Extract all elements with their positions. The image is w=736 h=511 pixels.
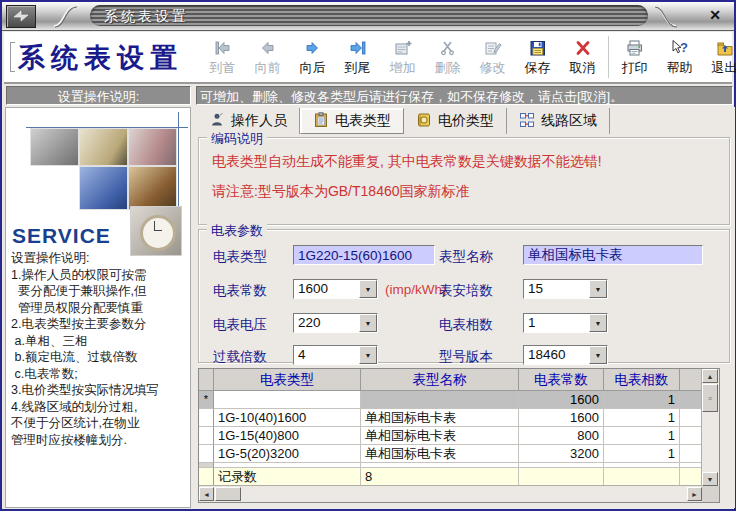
tab-line-region[interactable]: 线路区域 bbox=[507, 108, 610, 134]
next-button[interactable]: 向后 bbox=[290, 34, 335, 80]
service-label: SERVICE bbox=[12, 224, 111, 248]
instructions-text: 设置操作说明: 1.操作人员的权限可按需 要分配便于兼职操作,但 管理员权限分配… bbox=[11, 250, 187, 448]
save-button[interactable]: 保存 bbox=[515, 34, 560, 80]
delete-icon bbox=[438, 37, 458, 59]
prev-icon bbox=[258, 37, 278, 59]
grid-new-row[interactable]: * 1600 1 bbox=[199, 391, 702, 409]
column-header-phases[interactable]: 电表相数 bbox=[604, 369, 680, 391]
print-icon bbox=[625, 37, 645, 59]
new-row-constant-cell[interactable]: 1600 bbox=[519, 391, 604, 409]
edit-icon bbox=[483, 37, 503, 59]
collage-files-image bbox=[128, 128, 177, 166]
delete-button[interactable]: 删除 bbox=[425, 34, 470, 80]
record-count-label: 记录数 bbox=[214, 468, 361, 486]
new-row-type-cell[interactable] bbox=[214, 391, 361, 409]
collage-keyboard-image bbox=[79, 166, 128, 210]
add-button[interactable]: 增加 bbox=[380, 34, 425, 80]
chevron-down-icon[interactable]: ▼ bbox=[359, 314, 377, 332]
last-button[interactable]: 到尾 bbox=[335, 34, 380, 80]
encoding-warning-line1: 电表类型自动生成不能重复, 其中电表常数是关键数据不能选错! bbox=[199, 153, 729, 171]
first-icon bbox=[213, 37, 233, 59]
table-row[interactable]: 1G-5(20)3200 单相国标电卡表 3200 1 bbox=[199, 445, 702, 463]
title-bracket bbox=[10, 42, 15, 72]
tab-meter-type[interactable]: 电表类型 bbox=[300, 108, 404, 134]
column-header-filler bbox=[680, 369, 702, 391]
edit-button[interactable]: 修改 bbox=[470, 34, 515, 80]
cancel-icon bbox=[573, 37, 593, 59]
exit-button[interactable]: 退出 bbox=[702, 34, 736, 80]
titlebar-curve-right bbox=[650, 4, 680, 28]
new-row-marker: * bbox=[199, 391, 214, 409]
vertical-scrollbar[interactable]: ▲ ≡ ▼ bbox=[701, 369, 719, 486]
phases-select[interactable]: 1 ▼ bbox=[523, 313, 608, 333]
tab-price-type[interactable]: 电价类型 bbox=[404, 108, 507, 134]
new-row-phases-cell[interactable]: 1 bbox=[604, 391, 680, 409]
model-name-input[interactable] bbox=[523, 245, 703, 265]
table-row[interactable]: 1G-10(40)1600 单相国标电卡表 1600 1 bbox=[199, 409, 702, 427]
meter-constant-unit: (imp/kWh) bbox=[385, 282, 447, 297]
scroll-left-icon[interactable]: ◄ bbox=[199, 487, 214, 501]
horizontal-scroll-thumb[interactable] bbox=[215, 487, 241, 501]
save-icon bbox=[528, 37, 548, 59]
next-icon bbox=[303, 37, 323, 59]
clipboard-icon bbox=[313, 112, 329, 131]
scrollbar-corner bbox=[702, 486, 719, 502]
ampere-select[interactable]: 15 ▼ bbox=[523, 279, 608, 299]
overload-select[interactable]: 4 ▼ bbox=[293, 345, 378, 365]
chevron-down-icon[interactable]: ▼ bbox=[589, 346, 607, 364]
row-selector[interactable] bbox=[199, 409, 214, 427]
page-title: 系统表设置 bbox=[18, 40, 183, 76]
cancel-button[interactable]: 取消 bbox=[560, 34, 605, 80]
params-groupbox: 电表参数 电表类型 表型名称 电表常数 1600 ▼ (imp/kWh) 表安培… bbox=[198, 229, 730, 363]
content-panel: 操作人员 电表类型 电价类型 线路区域 bbox=[195, 107, 735, 508]
region-boxes-icon bbox=[519, 112, 535, 131]
exit-icon bbox=[715, 37, 735, 59]
instructions-panel: SERVICE 设置操作说明: 1.操作人员的权限可按需 要分配便于兼职操作,但… bbox=[5, 107, 191, 508]
column-header-constant[interactable]: 电表常数 bbox=[519, 369, 604, 391]
params-groupbox-title: 电表参数 bbox=[207, 222, 267, 240]
new-row-name-cell[interactable] bbox=[361, 391, 519, 409]
scroll-right-icon[interactable]: ► bbox=[687, 487, 702, 501]
chevron-down-icon[interactable]: ▼ bbox=[589, 280, 607, 298]
phases-label: 电表相数 bbox=[439, 316, 493, 334]
collage-tools-image bbox=[30, 128, 79, 166]
meter-type-input[interactable] bbox=[293, 245, 435, 265]
scroll-down-icon[interactable]: ▼ bbox=[702, 472, 718, 486]
horizontal-scrollbar[interactable]: ◄ ► bbox=[199, 485, 702, 502]
row-selector[interactable] bbox=[199, 427, 214, 445]
left-panel-header: 设置操作说明: bbox=[6, 86, 191, 105]
toolbar-separator bbox=[608, 36, 609, 78]
collage-watch-image bbox=[130, 206, 182, 256]
overload-label: 过载倍数 bbox=[213, 348, 267, 366]
model-name-label: 表型名称 bbox=[439, 248, 493, 266]
close-icon[interactable]: ✕ bbox=[706, 6, 724, 24]
model-version-select[interactable]: 18460 ▼ bbox=[523, 345, 608, 365]
prev-button[interactable]: 向前 bbox=[245, 34, 290, 80]
table-row[interactable]: 1G-15(40)800 单相国标电卡表 800 1 bbox=[199, 427, 702, 445]
person-icon bbox=[209, 112, 225, 131]
encoding-groupbox-title: 编码说明 bbox=[207, 130, 267, 148]
chevron-down-icon[interactable]: ▼ bbox=[589, 314, 607, 332]
vertical-scroll-thumb[interactable]: ≡ bbox=[702, 384, 718, 412]
row-selector[interactable] bbox=[199, 445, 214, 463]
first-button[interactable]: 到首 bbox=[200, 34, 245, 80]
column-header-meter-type[interactable]: 电表类型 bbox=[214, 369, 361, 391]
help-button[interactable]: ? 帮助 bbox=[657, 34, 702, 80]
collage-pen-image bbox=[79, 128, 128, 166]
grid-header-row: 电表类型 表型名称 电表常数 电表相数 bbox=[199, 369, 702, 391]
meter-type-grid: 电表类型 表型名称 电表常数 电表相数 * 1600 1 1G-10(40)1 bbox=[198, 368, 720, 503]
meter-constant-select[interactable]: 1600 ▼ bbox=[293, 279, 378, 299]
chevron-down-icon[interactable]: ▼ bbox=[359, 346, 377, 364]
help-icon: ? bbox=[670, 37, 690, 59]
app-logo-icon bbox=[6, 5, 36, 28]
voltage-select[interactable]: 220 ▼ bbox=[293, 313, 378, 333]
meter-constant-label: 电表常数 bbox=[213, 282, 267, 300]
voltage-label: 电表电压 bbox=[213, 316, 267, 334]
print-button[interactable]: 打印 bbox=[612, 34, 657, 80]
add-icon bbox=[393, 37, 413, 59]
chevron-down-icon[interactable]: ▼ bbox=[359, 280, 377, 298]
scroll-up-icon[interactable]: ▲ bbox=[702, 369, 718, 383]
title-bar: 系统表设置 ✕ bbox=[2, 2, 734, 31]
toolbar: 系统表设置 到首 向前 向后 到尾 bbox=[4, 32, 732, 84]
column-header-model-name[interactable]: 表型名称 bbox=[361, 369, 519, 391]
